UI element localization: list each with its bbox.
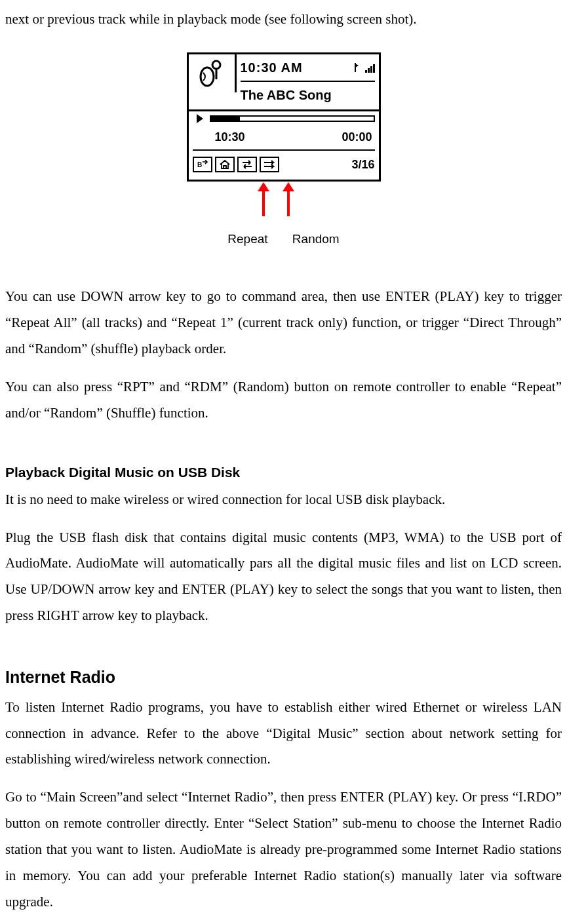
song-title: The ABC Song [241,82,375,109]
arrow-random [287,190,290,216]
home-icon [215,157,235,172]
svg-text:B: B [197,161,202,168]
svg-point-0 [212,61,220,69]
remaining-time: 00:00 [342,126,372,148]
paragraph-radio-1: To listen Internet Radio programs, you h… [5,695,562,773]
arrow-repeat [262,190,265,216]
paragraph-radio-2: Go to “Main Screen”and select “Internet … [5,784,562,915]
speaker-icon [189,54,237,92]
track-count: 3/16 [351,153,374,176]
svg-point-1 [201,67,214,86]
heading-usb: Playback Digital Music on USB Disk [5,459,562,486]
label-repeat: Repeat [227,227,267,251]
intro-text: next or previous track while in playback… [5,7,562,33]
mode-b-icon: B [193,157,212,172]
label-random: Random [292,227,340,251]
repeat-icon [237,157,257,172]
lcd-screen: 10:30 AM The ABC Song 10:30 00:00 [187,52,381,182]
elapsed-time: 10:30 [215,126,245,148]
random-icon [260,157,279,172]
clock-time: 10:30 AM [241,55,303,80]
callout-arrows [5,191,562,227]
signal-icon [353,62,375,73]
device-screenshot: 10:30 AM The ABC Song 10:30 00:00 [5,52,562,182]
paragraph-usb-1: It is no need to make wireless or wired … [5,487,562,513]
paragraph-remote: You can also press “RPT” and “RDM” (Rand… [5,374,562,427]
play-icon [197,114,203,123]
paragraph-usb-2: Plug the USB flash disk that contains di… [5,525,562,630]
paragraph-repeat-keys: You can use DOWN arrow key to go to comm… [5,284,562,362]
heading-internet-radio: Internet Radio [5,662,562,693]
progress-bar [210,115,375,122]
